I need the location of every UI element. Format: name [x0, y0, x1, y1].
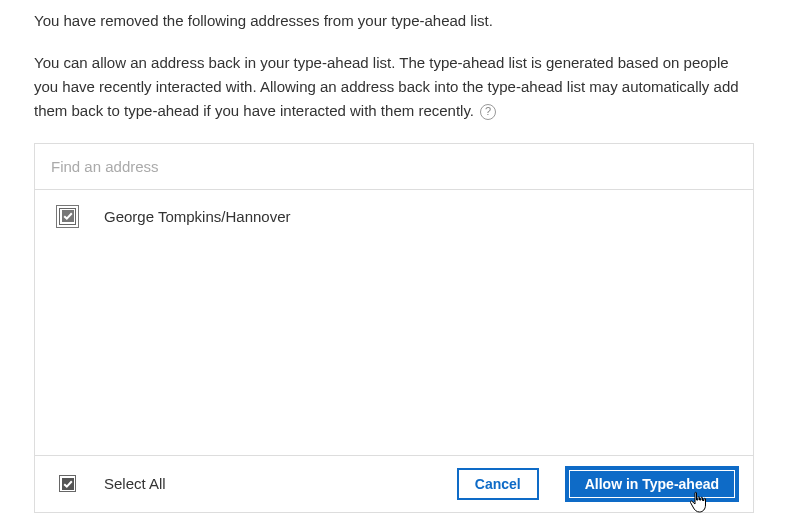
intro-allow-text: You can allow an address back in your ty… [34, 51, 754, 123]
help-icon[interactable]: ? [480, 104, 496, 120]
panel-footer: Select All Cancel Allow in Type-ahead [35, 455, 753, 512]
search-input[interactable] [35, 144, 753, 189]
address-list: George Tompkins/Hannover [35, 190, 753, 455]
address-panel: George Tompkins/Hannover Select All Canc… [34, 143, 754, 513]
select-all-label: Select All [104, 475, 166, 492]
intro-removed-text: You have removed the following addresses… [34, 10, 754, 33]
allow-button[interactable]: Allow in Type-ahead [567, 468, 737, 500]
intro-allow-body: You can allow an address back in your ty… [34, 54, 739, 119]
address-checkbox[interactable] [59, 208, 76, 225]
list-item[interactable]: George Tompkins/Hannover [51, 204, 737, 229]
address-name: George Tompkins/Hannover [104, 208, 291, 225]
cancel-button[interactable]: Cancel [457, 468, 539, 500]
select-all-group[interactable]: Select All [51, 475, 429, 492]
select-all-checkbox[interactable] [59, 475, 76, 492]
search-row [35, 144, 753, 190]
